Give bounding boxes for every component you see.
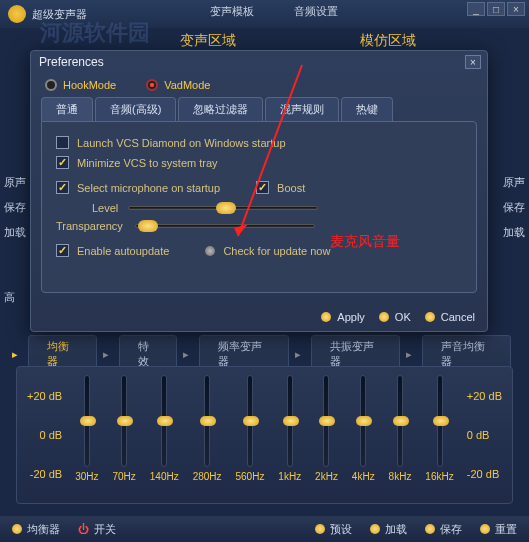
check-update-button[interactable]: Check for update now [223,245,330,257]
eq-band-label: 140Hz [150,471,179,482]
tab-audio-advanced[interactable]: 音频(高级) [95,97,176,121]
bullet-icon [425,312,435,322]
eq-band-label: 70Hz [112,471,135,482]
eq-slider-2kHz[interactable] [323,375,329,467]
eq-band-4kHz: 4kHz [352,375,375,482]
maximize-button[interactable]: □ [487,2,505,16]
eq-thumb[interactable] [319,416,335,426]
eq-slider-70Hz[interactable] [121,375,127,467]
bottom-load-label: 加载 [385,522,407,537]
minimize-tray-checkbox[interactable] [56,156,69,169]
side-adv[interactable]: 高 [4,290,26,305]
dialog-title: Preferences [31,51,487,73]
left-side-labels: 原声 保存 加载 高 [4,175,26,305]
side-orig-r[interactable]: 原声 [503,175,525,190]
radio-on-icon [146,79,158,91]
eq-thumb[interactable] [243,416,259,426]
eq-thumb[interactable] [356,416,372,426]
vadmode-radio[interactable]: VadMode [146,79,210,91]
close-button[interactable]: × [507,2,525,16]
eq-band-70Hz: 70Hz [112,375,135,482]
bottom-switch[interactable]: ⏻开关 [78,522,116,537]
eq-thumb[interactable] [433,416,449,426]
eq-thumb[interactable] [80,416,96,426]
dialog-buttons: Apply OK Cancel [321,311,475,323]
dialog-close-button[interactable]: × [465,55,481,69]
tab-body-general: Launch VCS Diamond on Windows startup Mi… [41,121,477,293]
vadmode-label: VadMode [164,79,210,91]
select-mic-checkbox[interactable] [56,181,69,194]
side-load-r[interactable]: 加载 [503,225,525,240]
eq-slider-4kHz[interactable] [360,375,366,467]
right-side-labels: 原声 保存 加载 [503,175,525,240]
transparency-slider-thumb[interactable] [138,220,158,232]
eq-thumb[interactable] [393,416,409,426]
bullet-icon [379,312,389,322]
eq-thumb[interactable] [117,416,133,426]
app-icon [8,5,26,23]
apply-label: Apply [337,311,365,323]
eq-scale-left: +20 dB 0 dB -20 dB [27,390,68,480]
side-load[interactable]: 加载 [4,225,26,240]
ok-button[interactable]: OK [379,311,411,323]
eq-scale-mid-r: 0 dB [467,429,502,441]
autoupdate-checkbox[interactable] [56,244,69,257]
bottom-equalizer[interactable]: 均衡器 [12,522,60,537]
tab-ignore-filter[interactable]: 忽略过滤器 [178,97,263,121]
launch-startup-row: Launch VCS Diamond on Windows startup [56,136,462,149]
eq-scale-top-r: +20 dB [467,390,502,402]
eq-band-label: 8kHz [389,471,412,482]
bottom-load[interactable]: 加载 [370,522,407,537]
eq-slider-560Hz[interactable] [247,375,253,467]
eq-scale-right: +20 dB 0 dB -20 dB [461,390,502,480]
eq-thumb[interactable] [200,416,216,426]
apply-button[interactable]: Apply [321,311,365,323]
eq-slider-8kHz[interactable] [397,375,403,467]
menu-template[interactable]: 变声模板 [210,4,254,19]
hookmode-radio[interactable]: HookMode [45,79,116,91]
eq-slider-140Hz[interactable] [161,375,167,467]
eq-thumb[interactable] [157,416,173,426]
eq-slider-280Hz[interactable] [204,375,210,467]
radio-off-icon [45,79,57,91]
transparency-label: Transparency [56,220,123,232]
eq-band-30Hz: 30Hz [75,375,98,482]
eq-band-label: 280Hz [193,471,222,482]
boost-checkbox[interactable] [256,181,269,194]
bottom-preset[interactable]: 预设 [315,522,352,537]
top-menu: 变声模板 音频设置 [210,4,338,19]
level-slider-thumb[interactable] [216,202,236,214]
eq-band-2kHz: 2kHz [315,375,338,482]
cancel-button[interactable]: Cancel [425,311,475,323]
bottom-switch-label: 开关 [94,522,116,537]
side-orig[interactable]: 原声 [4,175,26,190]
tab-general[interactable]: 普通 [41,97,93,121]
eq-band-280Hz: 280Hz [193,375,222,482]
menu-audio-settings[interactable]: 音频设置 [294,4,338,19]
bottom-reset[interactable]: 重置 [480,522,517,537]
window-buttons: _ □ × [467,2,525,16]
eq-band-label: 30Hz [75,471,98,482]
tab-hotkey[interactable]: 热键 [341,97,393,121]
minimize-button[interactable]: _ [467,2,485,16]
eq-slider-16kHz[interactable] [437,375,443,467]
eq-thumb[interactable] [283,416,299,426]
bullet-icon [370,524,380,534]
launch-startup-label: Launch VCS Diamond on Windows startup [77,137,286,149]
transparency-slider[interactable] [135,220,315,232]
launch-startup-checkbox[interactable] [56,136,69,149]
level-slider[interactable] [128,202,318,214]
eq-slider-30Hz[interactable] [84,375,90,467]
eq-slider-1kHz[interactable] [287,375,293,467]
level-label: Level [92,202,118,214]
select-mic-label: Select microphone on startup [77,182,220,194]
eq-band-label: 16kHz [425,471,453,482]
bottom-eq-label: 均衡器 [27,522,60,537]
side-save-r[interactable]: 保存 [503,200,525,215]
transparency-row: Transparency [56,220,462,232]
slider-track [135,224,315,228]
pref-tabs: 普通 音频(高级) 忽略过滤器 混声规则 热键 [31,97,487,121]
bottom-save[interactable]: 保存 [425,522,462,537]
side-save[interactable]: 保存 [4,200,26,215]
tab-mix-rules[interactable]: 混声规则 [265,97,339,121]
